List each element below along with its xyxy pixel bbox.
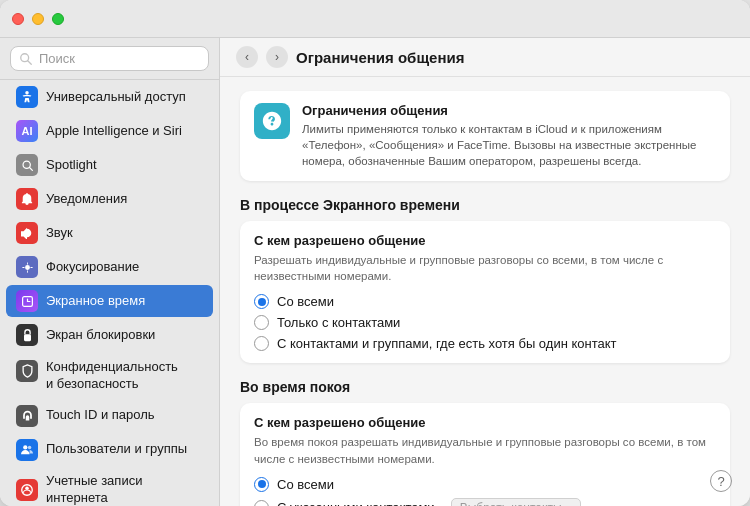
svg-point-10 — [28, 445, 31, 448]
page-title: Ограничения общения — [296, 49, 464, 66]
screentime-icon — [16, 290, 38, 312]
sidebar-item-focus[interactable]: Фокусирование — [6, 251, 213, 283]
radio-contacts1[interactable]: Только с контактами — [254, 315, 716, 330]
sidebar-item-screentime[interactable]: Экранное время — [6, 285, 213, 317]
radio-specific2[interactable]: С указанными контактами Выбрать контакты… — [254, 498, 716, 506]
back-button[interactable]: ‹ — [236, 46, 258, 68]
sidebar-label-accounts: Учетные записи интернета — [46, 473, 203, 506]
sidebar-label-privacy: Конфиденциальность и безопасность — [46, 359, 178, 393]
radio-label-specific2: С указанными контактами — [277, 500, 435, 506]
sidebar-label-screentime: Экранное время — [46, 293, 145, 310]
downtime-block-desc: Во время покоя разрешать индивидуальные … — [254, 434, 716, 466]
card-title: Ограничения общения — [302, 103, 716, 118]
search-box[interactable]: Поиск — [10, 46, 209, 71]
radio-circle-all1 — [254, 294, 269, 309]
close-button[interactable] — [12, 13, 24, 25]
main-window: Поиск Универсальный доступ AI Apple Inte… — [0, 0, 750, 506]
svg-line-1 — [28, 60, 32, 64]
info-card: Ограничения общения Лимиты применяются т… — [240, 91, 730, 181]
radio-groups1[interactable]: С контактами и группами, где есть хотя б… — [254, 336, 716, 351]
lockscreen-icon — [16, 324, 38, 346]
sidebar-item-users[interactable]: Пользователи и группы — [6, 434, 213, 466]
spotlight-icon — [16, 154, 38, 176]
info-card-icon — [254, 103, 290, 139]
downtime-radio-group: Со всеми С указанными контактами Выбрать… — [254, 477, 716, 506]
forward-button[interactable]: › — [266, 46, 288, 68]
sidebar-item-notifications[interactable]: Уведомления — [6, 183, 213, 215]
search-container: Поиск — [0, 38, 219, 80]
radio-label-groups1: С контактами и группами, где есть хотя б… — [277, 336, 617, 351]
screentime-block-title: С кем разрешено общение — [254, 233, 716, 248]
svg-point-2 — [25, 91, 29, 95]
ai-icon: AI — [16, 120, 38, 142]
radio-circle-contacts1 — [254, 315, 269, 330]
sidebar-item-touchid[interactable]: Touch ID и пароль — [6, 400, 213, 432]
titlebar — [0, 0, 750, 38]
contact-picker[interactable]: Выбрать контакты... — [451, 498, 581, 506]
downtime-block-title: С кем разрешено общение — [254, 415, 716, 430]
touchid-icon — [16, 405, 38, 427]
zoom-button[interactable] — [52, 13, 64, 25]
notifications-icon — [16, 188, 38, 210]
help-button[interactable]: ? — [710, 470, 732, 492]
users-icon — [16, 439, 38, 461]
sidebar-label-sound: Звук — [46, 225, 73, 242]
radio-circle-all2 — [254, 477, 269, 492]
search-placeholder: Поиск — [39, 51, 75, 66]
screentime-section-block: С кем разрешено общение Разрешать индиви… — [240, 221, 730, 363]
radio-all1[interactable]: Со всеми — [254, 294, 716, 309]
sidebar-label-accessibility: Универсальный доступ — [46, 89, 186, 106]
sidebar-label-users: Пользователи и группы — [46, 441, 187, 458]
main-panel: ‹ › Ограничения общения Ограничения общ — [220, 38, 750, 506]
radio-circle-specific2 — [254, 500, 269, 506]
window-content: Поиск Универсальный доступ AI Apple Inte… — [0, 38, 750, 506]
sidebar-item-spotlight[interactable]: Spotlight — [6, 149, 213, 181]
svg-point-9 — [23, 445, 27, 449]
main-content: Ограничения общения Лимиты применяются т… — [220, 77, 750, 506]
sidebar-item-lockscreen[interactable]: Экран блокировки — [6, 319, 213, 351]
minimize-button[interactable] — [32, 13, 44, 25]
accounts-icon — [16, 479, 38, 501]
svg-rect-8 — [24, 334, 31, 341]
screentime-radio-group: Со всеми Только с контактами С контактам… — [254, 294, 716, 351]
sidebar-item-privacy[interactable]: Конфиденциальность и безопасность — [6, 353, 213, 398]
focus-icon — [16, 256, 38, 278]
sidebar-label-notifications: Уведомления — [46, 191, 127, 208]
sound-icon — [16, 222, 38, 244]
screentime-block-desc: Разрешать индивидуальные и групповые раз… — [254, 252, 716, 284]
sidebar-label-touchid: Touch ID и пароль — [46, 407, 155, 424]
radio-all2[interactable]: Со всеми — [254, 477, 716, 492]
sidebar-item-ai[interactable]: AI Apple Intelligence и Siri — [6, 115, 213, 147]
accessibility-icon — [16, 86, 38, 108]
sidebar-label-spotlight: Spotlight — [46, 157, 97, 174]
radio-circle-groups1 — [254, 336, 269, 351]
sidebar-label-focus: Фокусирование — [46, 259, 139, 276]
sidebar-item-accounts[interactable]: Учетные записи интернета — [6, 468, 213, 506]
svg-point-12 — [25, 486, 29, 490]
radio-label-all1: Со всеми — [277, 294, 334, 309]
radio-label-contacts1: Только с контактами — [277, 315, 400, 330]
sidebar-item-accessibility[interactable]: Универсальный доступ — [6, 81, 213, 113]
sidebar-label-ai: Apple Intelligence и Siri — [46, 123, 182, 140]
privacy-icon — [16, 360, 38, 382]
downtime-section-header: Во время покоя — [240, 379, 730, 395]
info-card-text: Ограничения общения Лимиты применяются т… — [302, 103, 716, 169]
sidebar-label-lockscreen: Экран блокировки — [46, 327, 155, 344]
nav-header: ‹ › Ограничения общения — [220, 38, 750, 77]
radio-label-all2: Со всеми — [277, 477, 334, 492]
sidebar: Поиск Универсальный доступ AI Apple Inte… — [0, 38, 220, 506]
screentime-section-header: В процессе Экранного времени — [240, 197, 730, 213]
search-icon — [19, 52, 33, 66]
downtime-section-block: С кем разрешено общение Во время покоя р… — [240, 403, 730, 506]
svg-line-4 — [29, 167, 32, 170]
main-wrapper: ‹ › Ограничения общения Ограничения общ — [220, 38, 750, 506]
sidebar-item-sound[interactable]: Звук — [6, 217, 213, 249]
card-desc: Лимиты применяются только к контактам в … — [302, 121, 716, 169]
